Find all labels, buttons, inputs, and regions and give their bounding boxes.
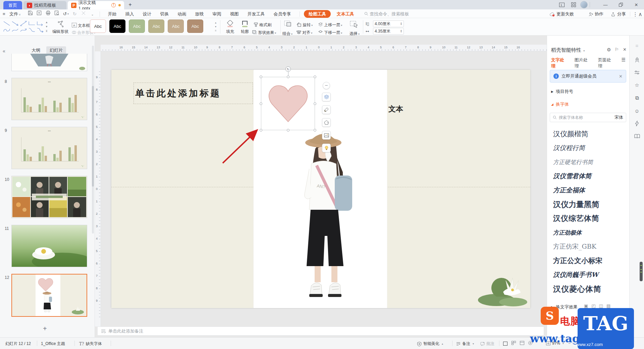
group-icon-button[interactable] — [284, 20, 292, 29]
shape-style-preset-4[interactable]: Abc — [168, 19, 184, 33]
slide-thumbnail-9[interactable]: ▪▪▪▪ — [11, 127, 87, 169]
tab-drawing-tools[interactable]: 绘图工具 — [304, 10, 331, 18]
resize-handle-s[interactable] — [287, 129, 289, 132]
thumbnail-scrollbar-thumb[interactable] — [92, 86, 94, 187]
save-icon[interactable] — [26, 10, 34, 16]
connector-shape-1[interactable] — [11, 20, 19, 27]
body-placeholder-partial-text[interactable]: 文本 — [388, 104, 403, 114]
smart-suggestion-button[interactable] — [322, 144, 331, 152]
reference-book-icon[interactable] — [634, 133, 640, 140]
smart-beautify-button[interactable]: 智能美化▴ — [417, 341, 443, 347]
font-item-4[interactable]: 方正全福体 — [547, 183, 630, 197]
export-icon[interactable] — [36, 10, 43, 16]
slide-editing-area[interactable]: 单击此处添加标题 文本 AN? — [111, 70, 530, 308]
resize-handle-w[interactable] — [260, 102, 262, 105]
print-preview-icon[interactable] — [53, 10, 61, 16]
sync-warning-icon[interactable]: ! — [111, 3, 116, 7]
outline-button[interactable]: 轮廓 — [237, 20, 252, 35]
layout-toggle-icon[interactable]: 1 — [557, 0, 567, 9]
font-item-8[interactable]: 方正仿宋_GBK — [547, 240, 630, 254]
girl-illustration-image[interactable]: AN? — [286, 125, 370, 308]
collaborate-button[interactable]: 协作 — [589, 11, 603, 17]
connector-shape-5[interactable] — [3, 27, 10, 33]
connector-shape-3[interactable] — [28, 20, 36, 27]
title-placeholder[interactable]: 单击此处添加标题 — [133, 83, 253, 104]
resize-handle-se[interactable] — [314, 129, 316, 132]
duplicate-window-icon[interactable]: ⧉ — [634, 95, 640, 101]
connector-shape-4[interactable] — [36, 20, 44, 27]
font-item-5[interactable]: 汉仪力量黑简 — [547, 197, 630, 211]
tab-grid-icon[interactable] — [569, 0, 579, 9]
slide-thumbnail-11[interactable] — [11, 225, 87, 267]
font-item-1[interactable]: 汉仪程行简 — [547, 141, 630, 155]
font-item-11[interactable]: 汉仪菱心体简 — [547, 282, 630, 296]
collapse-ribbon-icon[interactable]: ∧ — [638, 11, 642, 17]
height-stepper[interactable]: ▲▼ — [400, 22, 402, 26]
format-painter-quick-icon[interactable] — [80, 10, 87, 16]
menu-item-6[interactable]: 审阅 — [208, 9, 225, 19]
send-backward-button[interactable]: 下移一层▾ — [318, 29, 342, 36]
strip-drag-handle[interactable]: = — [634, 42, 640, 49]
vip-banner[interactable]: i 立即开通超级会员 ✕ — [550, 70, 626, 83]
collapse-quickbar-button[interactable]: − — [323, 82, 330, 89]
slide-thumbnail-7[interactable] — [11, 54, 87, 71]
panel-close-icon[interactable]: ✕ — [623, 47, 627, 52]
quickbar-more-icon[interactable]: ⌄ — [89, 11, 96, 18]
font-item-10[interactable]: 汉仪尚巍手书W — [547, 268, 630, 282]
bring-forward-button[interactable]: 上移一层▾ — [318, 21, 342, 28]
collapse-panel-icon[interactable]: « — [3, 48, 5, 54]
resize-handle-n[interactable] — [287, 76, 289, 78]
avatar[interactable] — [579, 0, 589, 9]
shape-style-preset-3[interactable]: Abc — [148, 19, 164, 33]
font-section-header[interactable]: ◢ 换字体 — [551, 101, 569, 107]
shape-style-preset-2[interactable]: Abc — [129, 19, 145, 33]
align-button[interactable]: 对齐▾ — [297, 29, 312, 36]
tab-text-tools[interactable]: 文本工具 — [332, 9, 359, 19]
menu-item-3[interactable]: 切换 — [156, 9, 173, 19]
connector-shape-0[interactable] — [3, 20, 10, 27]
font-item-9[interactable]: 方正公文小标宋 — [547, 254, 630, 268]
shape-width-input[interactable]: 4.35厘米▲▼ — [373, 28, 404, 35]
shape-style-preset-5[interactable]: Abc — [187, 19, 203, 33]
connector-shape-2[interactable] — [19, 20, 27, 27]
menu-item-2[interactable]: 设计 — [138, 9, 156, 19]
strip-scrollbar-thumb[interactable] — [640, 262, 643, 281]
text-effect-icons[interactable]: ▣◰◫▤ — [584, 303, 610, 308]
slide-thumbnail-8[interactable]: ▪▪▪▪ — [11, 78, 87, 120]
tab-document[interactable]: P 演示文稿1.pptx ! — [68, 1, 124, 9]
comments-button[interactable]: 批注 — [480, 341, 494, 347]
assistant-face-icon[interactable]: ☺ — [634, 107, 640, 114]
missing-font-warning[interactable]: T? 缺失字体 — [79, 341, 102, 347]
effect-icon-2[interactable]: ◰ — [591, 303, 595, 308]
font-search-box[interactable]: 搜索字体名称 宋体 — [550, 113, 626, 122]
resize-handle-ne[interactable] — [314, 76, 316, 78]
favorite-star-icon[interactable]: ☆ — [634, 82, 640, 89]
shape-height-input[interactable]: 4.00厘米▲▼ — [373, 20, 404, 27]
font-item-2[interactable]: 方正硬笔行书简 — [547, 155, 630, 169]
tab-outline[interactable]: 大纲 — [28, 46, 44, 54]
shape-gallery-scroll[interactable]: ▲▼⊻ — [44, 20, 49, 33]
format-painter-button[interactable]: 格式刷 — [254, 21, 271, 28]
edit-shape-button[interactable]: 编辑形状 — [51, 21, 70, 35]
close-button[interactable]: ✕ — [631, 0, 641, 9]
layer-options-button[interactable] — [322, 93, 331, 101]
connector-shape-7[interactable] — [19, 27, 27, 33]
connector-shape-6[interactable] — [11, 27, 19, 33]
width-stepper[interactable]: ▲▼ — [400, 30, 402, 33]
font-item-7[interactable]: 方正劲极体 — [547, 226, 630, 240]
menu-item-8[interactable]: 开发工具 — [243, 9, 269, 19]
print-icon[interactable] — [44, 10, 52, 16]
panel-settings-icon[interactable]: ⚙ — [607, 47, 611, 52]
resize-handle-nw[interactable] — [260, 76, 262, 78]
theme-name[interactable]: 1_Office 主题 — [41, 341, 65, 347]
shape-style-preset-1[interactable]: Abc — [109, 19, 125, 33]
select-tool-icon[interactable] — [350, 20, 359, 30]
banner-close-icon[interactable]: ✕ — [619, 74, 623, 79]
rotate-button[interactable]: 旋转▾ — [297, 21, 313, 28]
restore-button[interactable] — [616, 0, 626, 9]
water-lily-image[interactable] — [476, 270, 528, 307]
change-shape-button[interactable] — [322, 118, 331, 127]
update-failed-status[interactable]: ! 更新失败 — [549, 11, 574, 17]
redo-icon[interactable]: ↻ — [71, 10, 78, 17]
slide-sorter-view-icon[interactable] — [512, 341, 516, 346]
